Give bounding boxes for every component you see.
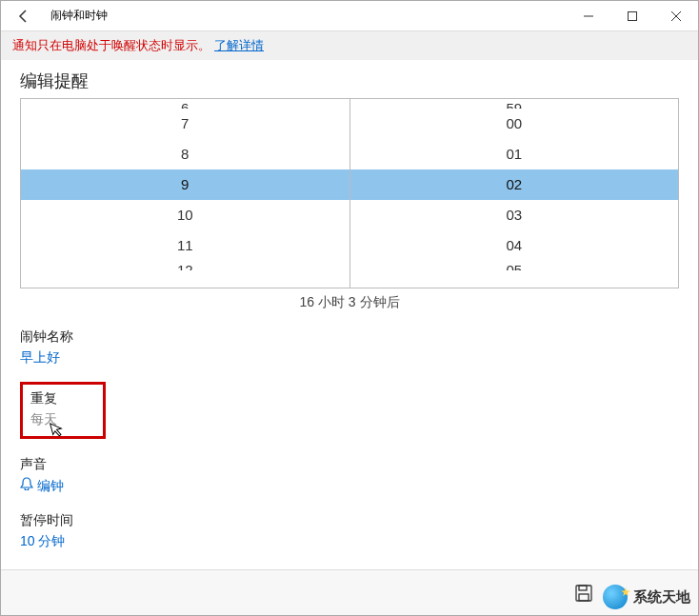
countdown-text: 16 小时 3 分钟后: [20, 294, 679, 311]
notification-bar: 通知只在电脑处于唤醒状态时显示。 了解详情: [1, 31, 698, 60]
minute-option[interactable]: 00: [350, 109, 679, 139]
alarm-name-field[interactable]: 闹钟名称 早上好: [20, 328, 679, 367]
snooze-field[interactable]: 暂停时间 10 分钟: [20, 512, 679, 550]
watermark-text: 系统天地: [633, 588, 690, 606]
watermark: 系统天地: [603, 585, 690, 609]
minute-option[interactable]: 01: [350, 139, 679, 169]
globe-icon: [603, 585, 628, 609]
sound-value[interactable]: 编钟: [20, 477, 679, 495]
hour-option-selected[interactable]: 9: [21, 169, 350, 200]
minute-column[interactable]: 59 00 01 02 03 04 05: [350, 99, 679, 288]
hour-option[interactable]: 6: [21, 99, 350, 109]
maximize-icon: [628, 11, 637, 21]
bell-icon: [20, 477, 33, 493]
hour-option[interactable]: 12: [21, 261, 350, 270]
minute-option[interactable]: 05: [350, 261, 679, 270]
minute-option[interactable]: 03: [350, 200, 679, 230]
repeat-field-highlighted[interactable]: 重复 每天: [20, 382, 106, 439]
close-button[interactable]: [654, 1, 698, 31]
sound-label: 声音: [20, 456, 679, 473]
minute-option[interactable]: 59: [350, 99, 679, 109]
hour-column[interactable]: 6 7 8 9 10 11 12: [21, 99, 350, 288]
snooze-label: 暂停时间: [20, 512, 679, 529]
maximize-button[interactable]: [610, 1, 654, 31]
notification-warning: 通知只在电脑处于唤醒状态时显示。: [12, 37, 210, 54]
close-icon: [671, 11, 681, 21]
window-title: 闹钟和时钟: [47, 8, 108, 24]
hour-option[interactable]: 8: [21, 139, 350, 169]
minute-option-selected[interactable]: 02: [350, 169, 679, 200]
minimize-button[interactable]: [567, 1, 610, 31]
svg-rect-0: [629, 11, 637, 20]
bottom-bar: [1, 569, 698, 615]
repeat-label: 重复: [30, 390, 95, 407]
hour-option[interactable]: 10: [21, 200, 350, 230]
save-button[interactable]: [565, 574, 603, 612]
hour-option[interactable]: 7: [21, 109, 350, 139]
titlebar: 闹钟和时钟: [1, 1, 698, 31]
svg-rect-3: [579, 594, 589, 601]
page-title: 编辑提醒: [20, 70, 679, 92]
time-picker[interactable]: 6 7 8 9 10 11 12 59 00 01 02 03 04 05: [20, 98, 679, 288]
minute-option[interactable]: 04: [350, 230, 679, 261]
hour-option[interactable]: 11: [21, 230, 350, 261]
sound-field[interactable]: 声音 编钟: [20, 456, 679, 495]
svg-rect-2: [579, 586, 587, 590]
minimize-icon: [584, 11, 593, 21]
save-icon: [574, 584, 593, 603]
alarm-name-value[interactable]: 早上好: [20, 349, 679, 367]
content-area: 编辑提醒 6 7 8 9 10 11 12 59 00 01 02 03 04 …: [1, 60, 698, 550]
back-button[interactable]: [1, 1, 47, 31]
snooze-value[interactable]: 10 分钟: [20, 533, 679, 550]
sound-value-text: 编钟: [37, 478, 64, 493]
arrow-left-icon: [16, 9, 31, 24]
learn-more-link[interactable]: 了解详情: [214, 37, 264, 54]
alarm-name-label: 闹钟名称: [20, 328, 679, 346]
